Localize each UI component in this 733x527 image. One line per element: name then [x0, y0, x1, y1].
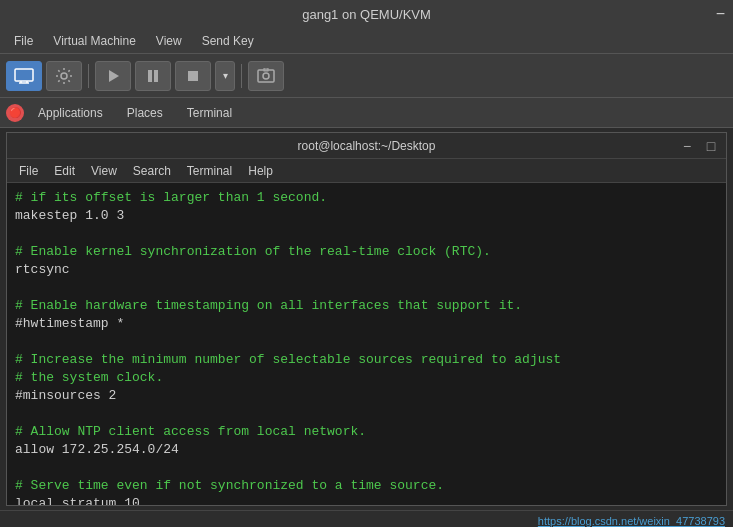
title-bar: gang1 on QEMU/KVM −	[0, 0, 733, 28]
terminal-minimize-btn[interactable]: −	[678, 137, 696, 155]
app-bar-places[interactable]: Places	[117, 104, 173, 122]
terminal-line: # Increase the minimum number of selecta…	[15, 351, 718, 369]
svg-marker-5	[109, 70, 119, 82]
terminal-line	[15, 279, 718, 297]
menu-file[interactable]: File	[4, 32, 43, 50]
pause-btn[interactable]	[135, 61, 171, 91]
terminal-controls: − □	[678, 137, 720, 155]
status-link[interactable]: https://blog.csdn.net/weixin_47738793	[538, 515, 725, 527]
svg-rect-7	[154, 70, 158, 82]
svg-rect-0	[15, 69, 33, 81]
main-toolbar: ▾	[0, 54, 733, 98]
status-bar: https://blog.csdn.net/weixin_47738793	[0, 510, 733, 527]
terminal-line	[15, 225, 718, 243]
terminal-window: root@localhost:~/Desktop − □ File Edit V…	[6, 132, 727, 506]
app-bar-applications[interactable]: Applications	[28, 104, 113, 122]
stop-btn[interactable]	[175, 61, 211, 91]
play-btn[interactable]	[95, 61, 131, 91]
terminal-menu-terminal[interactable]: Terminal	[179, 162, 240, 180]
terminal-line: allow 172.25.254.0/24	[15, 441, 718, 459]
terminal-line: local stratum 10	[15, 495, 718, 505]
terminal-menu-edit[interactable]: Edit	[46, 162, 83, 180]
toolbar-separator-1	[88, 64, 89, 88]
terminal-menu-search[interactable]: Search	[125, 162, 179, 180]
terminal-menu-help[interactable]: Help	[240, 162, 281, 180]
terminal-line: #hwtimestamp *	[15, 315, 718, 333]
close-button[interactable]: −	[716, 5, 725, 23]
toolbar-separator-2	[241, 64, 242, 88]
settings-btn[interactable]	[46, 61, 82, 91]
svg-rect-8	[188, 71, 198, 81]
terminal-title: root@localhost:~/Desktop	[298, 139, 436, 153]
title-bar-text: gang1 on QEMU/KVM	[302, 7, 431, 22]
terminal-line: #minsources 2	[15, 387, 718, 405]
app-bar: 🔴 Applications Places Terminal	[0, 98, 733, 128]
menu-send-key[interactable]: Send Key	[192, 32, 264, 50]
terminal-line	[15, 459, 718, 477]
menu-virtual-machine[interactable]: Virtual Machine	[43, 32, 146, 50]
main-menu-bar: File Virtual Machine View Send Key	[0, 28, 733, 54]
terminal-menu-bar: File Edit View Search Terminal Help	[7, 159, 726, 183]
screenshot-btn[interactable]	[248, 61, 284, 91]
terminal-line: # Serve time even if not synchronized to…	[15, 477, 718, 495]
terminal-line	[15, 333, 718, 351]
svg-point-4	[61, 73, 67, 79]
terminal-title-bar: root@localhost:~/Desktop − □	[7, 133, 726, 159]
app-icon: 🔴	[6, 104, 24, 122]
terminal-content[interactable]: # if its offset is larger than 1 second.…	[7, 183, 726, 505]
terminal-line	[15, 405, 718, 423]
terminal-maximize-btn[interactable]: □	[702, 137, 720, 155]
svg-point-11	[263, 73, 269, 79]
app-bar-terminal[interactable]: Terminal	[177, 104, 242, 122]
terminal-menu-file[interactable]: File	[11, 162, 46, 180]
terminal-line: rtcsync	[15, 261, 718, 279]
monitor-btn[interactable]	[6, 61, 42, 91]
more-dropdown-btn[interactable]: ▾	[215, 61, 235, 91]
terminal-line: # Enable kernel synchronization of the r…	[15, 243, 718, 261]
svg-rect-6	[148, 70, 152, 82]
menu-view[interactable]: View	[146, 32, 192, 50]
terminal-line: makestep 1.0 3	[15, 207, 718, 225]
terminal-line: # Allow NTP client access from local net…	[15, 423, 718, 441]
terminal-menu-view[interactable]: View	[83, 162, 125, 180]
terminal-line: # the system clock.	[15, 369, 718, 387]
terminal-line: # Enable hardware timestamping on all in…	[15, 297, 718, 315]
terminal-line: # if its offset is larger than 1 second.	[15, 189, 718, 207]
svg-rect-9	[258, 70, 274, 82]
